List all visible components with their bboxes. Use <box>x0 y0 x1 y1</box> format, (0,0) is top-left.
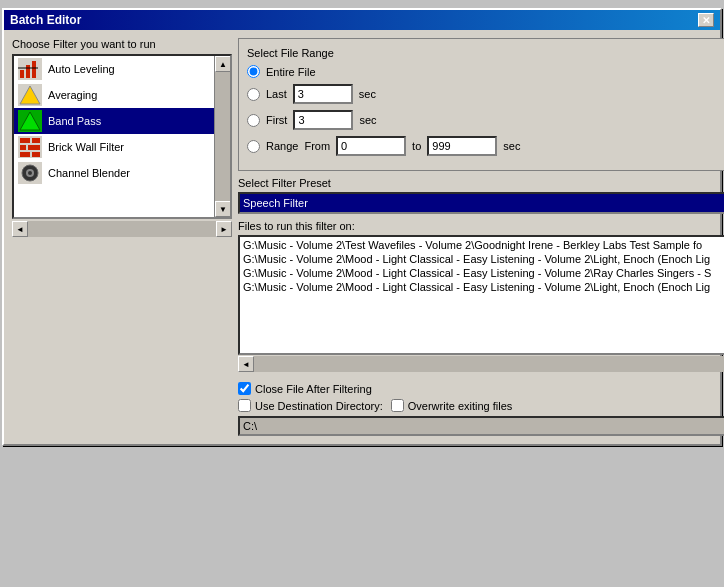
svg-rect-1 <box>20 70 24 78</box>
overwrite-row: Overwrite exiting files <box>391 399 513 412</box>
range-radio[interactable] <box>247 140 260 153</box>
first-value-input[interactable] <box>293 110 353 130</box>
close-icon[interactable]: ✕ <box>698 13 714 27</box>
filter-list: Auto Leveling Averaging <box>14 56 214 217</box>
close-file-checkbox[interactable] <box>238 382 251 395</box>
files-scroll-left[interactable]: ◄ <box>238 356 254 372</box>
last-radio[interactable] <box>247 88 260 101</box>
from-label: From <box>304 140 330 152</box>
last-unit: sec <box>359 88 376 100</box>
files-h-track <box>254 356 724 372</box>
filter-list-container: Auto Leveling Averaging <box>12 54 232 219</box>
preset-wrapper: Speech Filter Music Filter Default ▼ <box>238 192 724 214</box>
first-row: First sec <box>247 110 724 130</box>
filter-name: Averaging <box>48 89 97 101</box>
bandpass-icon <box>18 110 42 132</box>
scroll-right-btn[interactable]: ► <box>216 221 232 237</box>
file-range-box: Select File Range Entire File Last sec <box>238 38 724 171</box>
svg-rect-2 <box>26 65 30 78</box>
list-item[interactable]: Band Pass <box>14 108 214 134</box>
list-item[interactable]: Channel Blender <box>14 160 214 186</box>
file-range-title: Select File Range <box>247 47 724 59</box>
list-item[interactable]: Brick Wall Filter <box>14 134 214 160</box>
brickwall-icon <box>18 136 42 158</box>
filter-list-scrollbar[interactable]: ▲ ▼ <box>214 56 230 217</box>
filter-name: Band Pass <box>48 115 101 127</box>
entire-file-radio[interactable] <box>247 65 260 78</box>
scroll-track <box>215 72 230 201</box>
range-row: Range From to sec <box>247 136 724 156</box>
range-from-input[interactable] <box>336 136 406 156</box>
files-section: Files to run this filter on: G:\Music - … <box>238 220 724 372</box>
scroll-left-btn[interactable]: ◄ <box>12 221 28 237</box>
dest-path-input[interactable] <box>238 416 724 436</box>
first-label: First <box>266 114 287 126</box>
preset-section: Select Filter Preset Speech Filter Music… <box>238 177 724 214</box>
window-body: Choose Filter you want to run <box>4 30 720 444</box>
files-label: Files to run this filter on: <box>238 220 724 232</box>
bottom-row: Use Destination Directory: Overwrite exi… <box>238 399 724 412</box>
filter-section-label: Choose Filter you want to run <box>12 38 232 50</box>
last-label: Last <box>266 88 287 100</box>
files-list: G:\Music - Volume 2\Test Wavefiles - Vol… <box>240 237 724 353</box>
range-label: Range <box>266 140 298 152</box>
last-row: Last sec <box>247 84 724 104</box>
file-entry[interactable]: G:\Music - Volume 2\Test Wavefiles - Vol… <box>241 238 724 252</box>
scroll-up-btn[interactable]: ▲ <box>215 56 231 72</box>
dest-path-row <box>238 416 724 436</box>
preset-select[interactable]: Speech Filter Music Filter Default <box>238 192 724 214</box>
title-bar: Batch Editor ✕ <box>4 10 720 30</box>
first-radio[interactable] <box>247 114 260 127</box>
use-dest-row: Use Destination Directory: <box>238 399 383 412</box>
files-list-wrapper: G:\Music - Volume 2\Test Wavefiles - Vol… <box>238 235 724 372</box>
svg-rect-12 <box>20 145 26 150</box>
svg-point-19 <box>28 171 32 175</box>
svg-rect-13 <box>28 145 40 150</box>
left-panel: Choose Filter you want to run <box>12 38 232 436</box>
to-label: to <box>412 140 421 152</box>
bottom-checkboxes: Close File After Filtering <box>238 378 724 395</box>
use-dest-label: Use Destination Directory: <box>255 400 383 412</box>
svg-rect-15 <box>32 152 40 157</box>
scroll-down-btn[interactable]: ▼ <box>215 201 231 217</box>
list-item[interactable]: Averaging <box>14 82 214 108</box>
overwrite-label: Overwrite exiting files <box>408 400 513 412</box>
range-unit: sec <box>503 140 520 152</box>
filter-name: Auto Leveling <box>48 63 115 75</box>
batch-editor-window: Batch Editor ✕ Choose Filter you want to… <box>2 8 722 446</box>
svg-rect-11 <box>32 138 40 143</box>
svg-rect-14 <box>20 152 30 157</box>
close-file-row: Close File After Filtering <box>238 382 372 395</box>
last-value-input[interactable] <box>293 84 353 104</box>
files-hscroll[interactable]: ◄ ► <box>238 356 724 372</box>
svg-rect-10 <box>20 138 30 143</box>
middle-panel: Select File Range Entire File Last sec <box>238 38 724 436</box>
file-entry[interactable]: G:\Music - Volume 2\Mood - Light Classic… <box>241 266 724 280</box>
entire-file-row: Entire File <box>247 65 724 78</box>
file-entry[interactable]: G:\Music - Volume 2\Mood - Light Classic… <box>241 280 724 294</box>
first-unit: sec <box>359 114 376 126</box>
files-area: G:\Music - Volume 2\Test Wavefiles - Vol… <box>238 235 724 372</box>
channel-blender-icon <box>18 162 42 184</box>
svg-rect-3 <box>32 61 36 78</box>
files-list-container: G:\Music - Volume 2\Test Wavefiles - Vol… <box>238 235 724 355</box>
filter-name: Channel Blender <box>48 167 130 179</box>
close-file-label: Close File After Filtering <box>255 383 372 395</box>
window-title: Batch Editor <box>10 13 81 27</box>
overwrite-checkbox[interactable] <box>391 399 404 412</box>
averaging-icon <box>18 84 42 106</box>
file-entry[interactable]: G:\Music - Volume 2\Mood - Light Classic… <box>241 252 724 266</box>
filter-name: Brick Wall Filter <box>48 141 124 153</box>
filter-list-hscroll[interactable]: ◄ ► <box>12 221 232 237</box>
main-layout: Choose Filter you want to run <box>12 38 712 436</box>
entire-file-label: Entire File <box>266 66 316 78</box>
list-item[interactable]: Auto Leveling <box>14 56 214 82</box>
range-to-input[interactable] <box>427 136 497 156</box>
use-dest-checkbox[interactable] <box>238 399 251 412</box>
preset-label: Select Filter Preset <box>238 177 724 189</box>
auto-leveling-icon <box>18 58 42 80</box>
h-track <box>28 221 216 237</box>
